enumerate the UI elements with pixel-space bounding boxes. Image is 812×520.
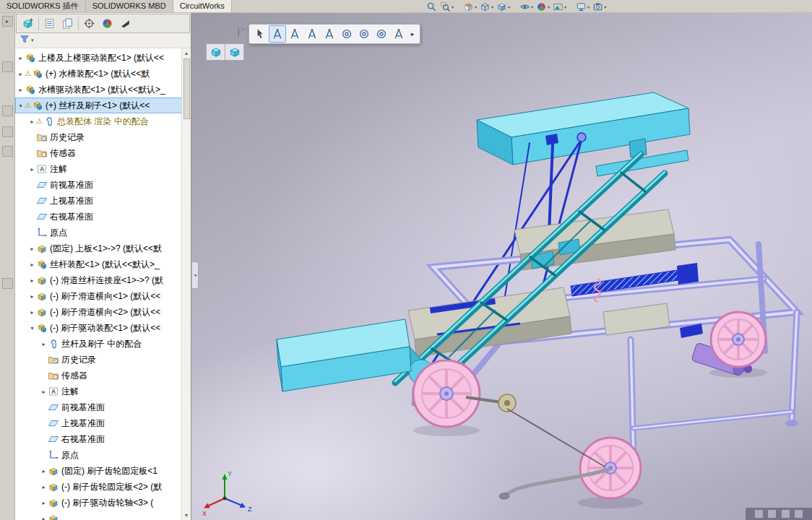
zoom-area-button[interactable]: ▾	[439, 0, 455, 13]
expand-arrow[interactable]: ▸	[28, 166, 36, 173]
expand-arrow[interactable]: ▸	[40, 341, 48, 347]
tree-item[interactable]: 传感器	[15, 368, 191, 384]
tree-item[interactable]: 原点	[15, 225, 191, 240]
tree-item[interactable]: 前视基准面	[15, 399, 191, 415]
expand-arrow[interactable]: ▸	[40, 484, 48, 490]
tree-item[interactable]: 上视基准面	[15, 193, 191, 209]
expand-arrow[interactable]: ▸	[17, 71, 25, 77]
tree-item[interactable]: ▾⚠(+) 丝杆及刷子<1> (默认<<	[15, 98, 191, 113]
pin-flag-icon[interactable]	[236, 26, 248, 38]
expand-arrow[interactable]: ▸	[28, 261, 36, 268]
model-left-hopper[interactable]	[277, 319, 433, 407]
model-wheel-left[interactable]	[413, 360, 480, 427]
mass-properties-target-button[interactable]	[80, 15, 98, 32]
tree-item[interactable]: ▸丝杆及刷子 中的配合	[15, 336, 191, 352]
tree-item[interactable]: ▸(-) 刷子齿轮固定板<2> (默	[15, 479, 191, 495]
view-orientation-button[interactable]: ▾	[478, 0, 495, 13]
tree-item[interactable]: ▸(固定) 上板<1>->? (默认<<默	[15, 240, 191, 256]
tree-scrollbar[interactable]: ▲ ▼	[181, 48, 191, 520]
expand-arrow[interactable]: ▾	[28, 325, 36, 332]
expand-arrow[interactable]: ▸	[17, 87, 25, 93]
expand-arrow[interactable]: ▸	[17, 55, 25, 61]
section-view-button[interactable]: ▾	[462, 0, 478, 13]
panel-splitter-handle[interactable]: ◂	[192, 261, 199, 289]
quick-mate-5-button[interactable]	[390, 25, 407, 43]
tree-item[interactable]: 历史记录	[15, 129, 191, 145]
quick-mate-1-button[interactable]	[269, 25, 286, 43]
tree-item[interactable]: ▸	[15, 511, 191, 520]
command-tab[interactable]: SOLIDWORKS MBD	[86, 0, 173, 12]
strip-icon-4[interactable]	[2, 146, 13, 157]
tree-item[interactable]: ▸A注解	[15, 384, 191, 399]
model-3d-view[interactable]	[191, 13, 812, 520]
concentric-mate-3-button[interactable]	[373, 25, 390, 43]
model-wheel-center[interactable]	[580, 438, 641, 498]
tree-item[interactable]: 上视基准面	[15, 415, 191, 431]
scroll-down-button[interactable]: ▼	[184, 511, 189, 520]
scroll-thumb[interactable]	[183, 58, 190, 119]
model-wheel-right[interactable]	[711, 312, 766, 367]
apply-scene-button[interactable]: ▾	[551, 0, 568, 13]
hide-show-items-button[interactable]: ▾	[518, 0, 535, 13]
expand-arrow[interactable]: ▸	[28, 277, 36, 284]
tree-item[interactable]: 传感器	[15, 145, 191, 161]
bom-list-button[interactable]	[40, 15, 59, 32]
strip-icon-2[interactable]	[2, 105, 13, 116]
model-top-hopper[interactable]	[477, 92, 690, 165]
tree-item[interactable]: ▸(-) 刷子滑道横向<1> (默认<<	[15, 288, 191, 304]
command-tab[interactable]: SOLIDWORKS 插件	[0, 0, 86, 12]
screen-options-button[interactable]: ▾	[591, 0, 608, 13]
tree-item[interactable]: 前视基准面	[15, 177, 191, 193]
expand-arrow[interactable]: ▸	[28, 246, 36, 252]
expand-arrow[interactable]: ▸	[40, 468, 48, 474]
tree-item[interactable]: 右视基准面	[15, 431, 191, 447]
expand-arrow[interactable]: ▸	[28, 309, 36, 316]
expand-arrow[interactable]: ▾	[17, 103, 25, 109]
expand-arrow[interactable]: ▸	[40, 516, 48, 520]
tree-item[interactable]: ▸A注解	[15, 161, 191, 177]
tree-item[interactable]: ▸上楼及上楼驱动装配<1> (默认<<	[15, 50, 191, 66]
scroll-up-button[interactable]: ▲	[184, 48, 189, 58]
filter-funnel-icon[interactable]	[20, 34, 30, 47]
expand-arrow[interactable]: ▸	[40, 500, 48, 506]
edit-appearance-button[interactable]: ▾	[535, 0, 551, 13]
eraser-wedge-button[interactable]	[116, 15, 134, 32]
tree-item[interactable]: ▸水槽驱动装配<1> (默认<<默认>_	[15, 82, 191, 98]
tree-item[interactable]: 右视基准面	[15, 209, 191, 225]
quick-mate-3-button[interactable]	[303, 25, 321, 43]
tree-item[interactable]: ▸(固定) 刷子齿轮固定板<1	[15, 463, 191, 479]
display-style-button[interactable]: ▾	[495, 0, 511, 13]
select-arrow-button[interactable]	[251, 25, 269, 43]
tree-item[interactable]: 历史记录	[15, 352, 191, 368]
expand-arrow[interactable]: ▸	[40, 389, 48, 395]
appearance-wheel-button[interactable]	[98, 15, 116, 32]
tree-item[interactable]: ▸(-) 滑道丝杆连接座<1>->? (默	[15, 272, 191, 288]
strip-icon-3[interactable]	[2, 126, 13, 137]
insert-component-button[interactable]	[19, 15, 37, 32]
concentric-mate-1-button[interactable]	[338, 25, 355, 43]
tree-item[interactable]: ▸(-) 刷子驱动齿轮轴<3> (	[15, 495, 191, 511]
tree-item[interactable]: 原点	[15, 447, 191, 463]
component-cube-2[interactable]	[225, 43, 244, 61]
command-tab[interactable]: CircuitWorks	[173, 0, 232, 12]
expand-panel-arrow[interactable]: ▸	[2, 16, 13, 27]
expand-arrow[interactable]: ▸	[28, 293, 36, 300]
concentric-mate-2-button[interactable]	[355, 25, 373, 43]
tree-item[interactable]: ▸(-) 刷子滑道横向<2> (默认<<	[15, 304, 191, 320]
tree-item[interactable]: ▸⚠(+) 水槽装配<1> (默认<<默	[15, 66, 191, 82]
strip-icon-5[interactable]	[2, 278, 13, 289]
graphics-viewport[interactable]: ▸ X Y Z	[191, 13, 812, 520]
tree-item[interactable]: ▾(-) 刷子驱动装配<1> (默认<<	[15, 320, 191, 336]
view-settings-button[interactable]: ▾	[574, 0, 591, 13]
quick-mate-2-button[interactable]	[286, 25, 303, 43]
tree-item[interactable]: ▸丝杆装配<1> (默认<<默认>_	[15, 256, 191, 272]
filter-caret-icon[interactable]: ▾	[31, 38, 34, 43]
quick-mate-4-button[interactable]	[321, 25, 338, 43]
zoom-to-fit-button[interactable]	[425, 0, 439, 13]
tree-item[interactable]: ▸⚠总装配体 渲染 中的配合	[15, 113, 191, 129]
duplicate-pages-button[interactable]	[59, 15, 77, 32]
expand-arrow[interactable]: ▸	[28, 118, 36, 125]
component-cube-1[interactable]	[206, 43, 225, 61]
strip-icon-1[interactable]	[2, 61, 13, 72]
more-tools-button[interactable]: ▸	[407, 25, 418, 43]
